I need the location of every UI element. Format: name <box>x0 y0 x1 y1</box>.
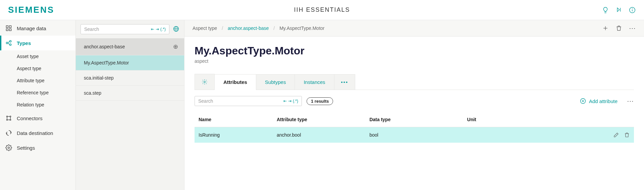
table-row[interactable]: IsRunning anchor.bool bool <box>195 127 634 143</box>
types-search-row: ⇤ ⇥ (.*) <box>76 20 184 38</box>
svg-point-20 <box>8 147 10 149</box>
hint-icon[interactable] <box>602 6 609 14</box>
breadcrumb-item: My.AspectType.Motor <box>279 26 324 31</box>
svg-point-13 <box>10 116 11 117</box>
plus-circle-icon <box>580 98 586 104</box>
edit-icon[interactable] <box>613 132 619 138</box>
breadcrumb-item: Aspect type <box>193 26 217 31</box>
type-item-label: anchor.aspect-base <box>84 44 125 49</box>
attributes-table: Name Attribute type Data type Unit IsRun… <box>195 112 634 143</box>
sidebar-sub-attribute-type[interactable]: Attribute type <box>0 75 75 87</box>
tab-settings[interactable] <box>195 74 215 90</box>
col-unit: Unit <box>463 112 551 127</box>
indent-right-icon[interactable]: ⇥ <box>156 27 159 32</box>
sidebar-item-data-destination[interactable]: Data destination <box>0 126 75 140</box>
title-block: My.AspectType.Motor aspect <box>184 37 644 68</box>
delete-icon[interactable] <box>624 132 630 138</box>
regex-icon[interactable]: (.*) <box>160 27 166 32</box>
sidebar-sub-aspect-type[interactable]: Aspect type <box>0 62 75 75</box>
tab-attributes[interactable]: Attributes <box>214 74 256 90</box>
result-count-badge: 1 results <box>307 97 333 105</box>
app-header: SIEMENS IIH ESSENTIALS <box>0 0 644 20</box>
tab-label: Attributes <box>223 79 247 85</box>
type-item-label: sca.step <box>84 90 101 96</box>
add-attribute-button[interactable]: Add attribute <box>580 98 618 104</box>
sidebar-sub-relation-type[interactable]: Relation type <box>0 99 75 111</box>
page-title: My.AspectType.Motor <box>195 45 634 57</box>
connectors-icon <box>5 115 12 122</box>
breadcrumb-item-link[interactable]: anchor.aspect-base <box>228 26 269 31</box>
svg-point-8 <box>10 41 11 42</box>
sidebar-item-settings[interactable]: Settings <box>0 140 75 155</box>
breadcrumb-bar: Aspect type / anchor.aspect-base / My.As… <box>184 20 644 37</box>
tab-subtypes[interactable]: Subtypes <box>256 74 295 90</box>
attributes-search-input[interactable] <box>198 98 281 104</box>
add-attribute-label: Add attribute <box>589 98 618 104</box>
svg-rect-6 <box>9 29 11 31</box>
add-child-type-icon[interactable]: ⊕ <box>173 43 178 50</box>
search-mini-icons: ⇤ ⇥ (.*) <box>151 27 166 32</box>
type-item[interactable]: My.AspectType.Motor <box>76 55 184 70</box>
type-item-label: My.AspectType.Motor <box>84 60 129 65</box>
indent-right-icon[interactable]: ⇥ <box>288 99 291 103</box>
breadcrumb-actions: ⋯ <box>602 24 636 32</box>
tab-instances[interactable]: Instances <box>294 74 334 90</box>
svg-rect-4 <box>9 26 11 28</box>
type-item[interactable]: sca.initial-step <box>76 70 184 86</box>
more-icon[interactable]: ⋯ <box>629 24 636 32</box>
sidebar-sub-asset-type[interactable]: Asset type <box>0 50 75 62</box>
cell-unit <box>463 127 551 143</box>
brand-logo: SIEMENS <box>8 5 54 15</box>
indent-left-icon[interactable]: ⇤ <box>283 99 287 103</box>
sidebar-item-manage-data[interactable]: Manage data <box>0 21 75 36</box>
manage-data-icon <box>5 25 12 32</box>
sidebar-item-types[interactable]: Types <box>0 36 75 50</box>
info-icon[interactable] <box>629 6 636 14</box>
tab-label: Subtypes <box>265 79 286 85</box>
col-name: Name <box>195 112 273 127</box>
attributes-search-box[interactable]: ⇤ ⇥ (.*) <box>195 96 302 106</box>
svg-point-12 <box>6 116 7 117</box>
page-subtitle: aspect <box>195 58 634 64</box>
svg-line-11 <box>8 43 10 44</box>
add-icon[interactable] <box>602 25 609 32</box>
svg-rect-3 <box>6 26 8 28</box>
col-attribute-type: Attribute type <box>273 112 366 127</box>
sidebar-sub-reference-type[interactable]: Reference type <box>0 87 75 99</box>
main-layout: Manage data Types Asset type Aspect type… <box>0 20 644 190</box>
tabs: Attributes Subtypes Instances ••• <box>195 74 634 90</box>
indent-left-icon[interactable]: ⇤ <box>151 27 154 32</box>
cell-attribute-type: anchor.bool <box>273 127 366 143</box>
toolbar-more-icon[interactable]: ⋯ <box>627 97 634 105</box>
svg-point-7 <box>6 42 8 44</box>
cell-data-type: bool <box>365 127 463 143</box>
col-data-type: Data type <box>365 112 463 127</box>
globe-icon[interactable] <box>173 26 179 33</box>
sidebar: Manage data Types Asset type Aspect type… <box>0 20 76 190</box>
type-group-header[interactable]: anchor.aspect-base ⊕ <box>76 38 184 55</box>
data-destination-icon <box>5 130 12 136</box>
svg-point-9 <box>10 44 11 46</box>
search-mini-icons: ⇤ ⇥ (.*) <box>283 99 298 103</box>
feedback-icon[interactable] <box>615 6 623 14</box>
type-item-label: sca.initial-step <box>84 75 114 81</box>
sidebar-item-label: Data destination <box>17 130 53 136</box>
settings-icon <box>5 144 12 151</box>
sidebar-item-label: Connectors <box>17 115 43 121</box>
tab-label: Instances <box>304 79 325 85</box>
types-search-input[interactable] <box>84 27 149 32</box>
types-icon <box>5 40 12 46</box>
sidebar-item-connectors[interactable]: Connectors <box>0 111 75 126</box>
sidebar-item-label: Manage data <box>17 26 46 31</box>
type-item[interactable]: sca.step <box>76 86 184 101</box>
col-actions <box>551 112 634 127</box>
breadcrumb-sep: / <box>273 26 275 31</box>
types-search-box[interactable]: ⇤ ⇥ (.*) <box>80 24 169 34</box>
header-actions <box>602 6 636 14</box>
delete-icon[interactable] <box>615 25 622 32</box>
types-list-panel: ⇤ ⇥ (.*) anchor.aspect-base ⊕ My.AspectT… <box>76 20 184 190</box>
detail-panel: Aspect type / anchor.aspect-base / My.As… <box>184 20 644 190</box>
svg-point-2 <box>632 8 633 9</box>
tab-more[interactable]: ••• <box>334 74 356 90</box>
regex-icon[interactable]: (.*) <box>293 99 298 103</box>
